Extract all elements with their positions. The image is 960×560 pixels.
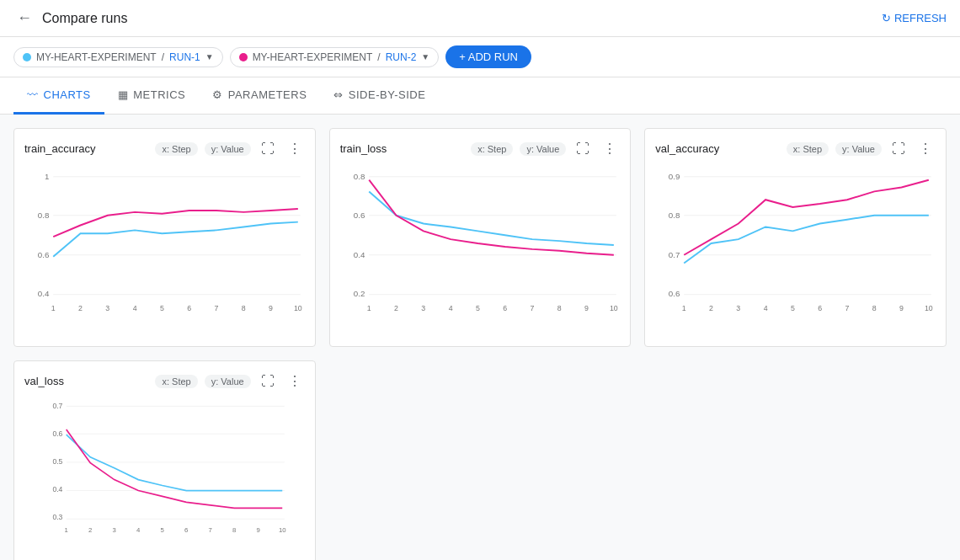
- svg-text:6: 6: [819, 304, 823, 312]
- chart-train-accuracy: train_accuracy x: Step y: Value ⛶ ⋮ 1 0.…: [13, 128, 316, 347]
- chart-train-accuracy-y-label: y: Value: [205, 142, 251, 156]
- svg-text:3: 3: [421, 304, 425, 312]
- header: ← Compare runs ↻ REFRESH: [0, 0, 960, 37]
- svg-text:0.5: 0.5: [52, 457, 62, 466]
- tabs-bar: 〰 CHARTS ▦ METRICS ⚙ PARAMETERS ⇔ SIDE-B…: [0, 77, 960, 115]
- svg-text:0.3: 0.3: [52, 513, 62, 521]
- side-by-side-tab-icon: ⇔: [333, 88, 344, 101]
- svg-text:10: 10: [294, 304, 302, 312]
- header-left: ← Compare runs: [13, 6, 127, 30]
- svg-text:4: 4: [764, 304, 768, 312]
- refresh-label: REFRESH: [894, 12, 947, 24]
- metrics-tab-icon: ▦: [118, 88, 129, 101]
- svg-text:6: 6: [187, 304, 191, 312]
- svg-text:9: 9: [257, 526, 260, 534]
- run1-chip[interactable]: MY-HEART-EXPERIMENT / RUN-1 ▼: [13, 47, 223, 67]
- svg-text:8: 8: [557, 304, 561, 312]
- chart-train-accuracy-header: train_accuracy x: Step y: Value ⛶ ⋮: [24, 139, 305, 158]
- run2-experiment: MY-HEART-EXPERIMENT: [253, 51, 373, 63]
- chart-train-loss-title: train_loss: [340, 142, 464, 155]
- run2-name: RUN-2: [386, 51, 417, 63]
- svg-text:2: 2: [394, 304, 398, 312]
- svg-text:0.8: 0.8: [669, 211, 680, 220]
- svg-text:9: 9: [899, 304, 904, 312]
- chart-train-loss-x-label: x: Step: [471, 142, 513, 156]
- run2-chevron-icon: ▼: [421, 52, 429, 61]
- refresh-icon: ↻: [882, 12, 891, 24]
- chart-val-accuracy-area: 0.9 0.8 0.7 0.6 1 2 3 4 5 6 7 8 9: [655, 165, 936, 325]
- chart-train-loss-y-label: y: Value: [520, 142, 566, 156]
- svg-text:0.6: 0.6: [669, 289, 680, 298]
- metrics-tab-label: METRICS: [133, 88, 185, 101]
- svg-text:0.6: 0.6: [38, 250, 50, 259]
- svg-text:0.8: 0.8: [38, 211, 50, 220]
- chart-train-loss-area: 0.8 0.6 0.4 0.2 1 2 3 4 5 6 7 8 9: [340, 165, 621, 325]
- chart-val-accuracy-svg: 0.9 0.8 0.7 0.6 1 2 3 4 5 6 7 8 9: [655, 165, 936, 325]
- side-by-side-tab-label: SIDE-BY-SIDE: [349, 88, 426, 101]
- svg-text:0.7: 0.7: [669, 250, 680, 259]
- svg-text:3: 3: [113, 526, 116, 534]
- svg-text:0.4: 0.4: [353, 250, 365, 259]
- chart-train-loss: train_loss x: Step y: Value ⛶ ⋮ 0.8 0.6 …: [329, 128, 632, 347]
- tab-side-by-side[interactable]: ⇔ SIDE-BY-SIDE: [320, 77, 439, 115]
- svg-text:10: 10: [610, 304, 618, 312]
- chart-val-loss: val_loss x: Step y: Value ⛶ ⋮ 0.7 0.6 0.…: [13, 360, 316, 560]
- run2-chip[interactable]: MY-HEART-EXPERIMENT / RUN-2 ▼: [230, 47, 440, 67]
- run1-separator: /: [162, 51, 164, 63]
- chart-train-accuracy-x-label: x: Step: [155, 142, 197, 156]
- svg-text:5: 5: [791, 304, 795, 312]
- charts-tab-label: CHARTS: [44, 88, 91, 101]
- run2-separator: /: [377, 51, 380, 63]
- charts-tab-icon: 〰: [27, 88, 39, 101]
- svg-text:9: 9: [269, 304, 273, 312]
- chart-val-loss-y-label: y: Value: [205, 375, 251, 388]
- chart-val-loss-menu[interactable]: ⋮: [285, 371, 305, 391]
- chart-train-accuracy-svg: 1 0.8 0.6 0.4 1 2 3 4 5 6 7: [24, 165, 305, 325]
- svg-text:2: 2: [78, 304, 83, 312]
- svg-text:0.4: 0.4: [38, 289, 50, 298]
- svg-text:2: 2: [709, 304, 713, 312]
- chart-placeholder-3: [644, 360, 947, 560]
- add-run-button[interactable]: + ADD RUN: [445, 45, 531, 68]
- chart-train-loss-expand[interactable]: ⛶: [573, 140, 593, 158]
- svg-text:0.2: 0.2: [353, 289, 365, 298]
- svg-text:10: 10: [925, 304, 933, 312]
- chart-train-loss-menu[interactable]: ⋮: [600, 139, 620, 158]
- refresh-button[interactable]: ↻ REFRESH: [882, 12, 947, 24]
- svg-text:7: 7: [845, 304, 850, 312]
- svg-text:5: 5: [160, 304, 164, 312]
- chart-val-accuracy-menu[interactable]: ⋮: [915, 139, 936, 158]
- svg-text:8: 8: [872, 304, 877, 312]
- svg-text:5: 5: [476, 304, 480, 312]
- tab-parameters[interactable]: ⚙ PARAMETERS: [199, 77, 320, 115]
- chart-val-loss-expand[interactable]: ⛶: [258, 372, 278, 391]
- svg-text:4: 4: [133, 304, 137, 312]
- svg-text:0.4: 0.4: [52, 485, 62, 493]
- svg-text:8: 8: [232, 526, 236, 534]
- page-title: Compare runs: [42, 11, 127, 26]
- svg-text:0.6: 0.6: [353, 211, 365, 220]
- back-button[interactable]: ←: [13, 6, 35, 30]
- chart-val-accuracy-x-label: x: Step: [787, 142, 829, 156]
- chart-train-accuracy-expand[interactable]: ⛶: [258, 140, 278, 158]
- add-run-label: + ADD RUN: [459, 51, 518, 63]
- svg-text:4: 4: [448, 304, 452, 312]
- svg-text:1: 1: [65, 526, 68, 534]
- chart-val-accuracy-expand[interactable]: ⛶: [888, 140, 909, 158]
- chart-val-loss-title: val_loss: [24, 375, 148, 387]
- chart-val-loss-area: 0.7 0.6 0.5 0.4 0.3 1 2 3 4 5 6 7: [24, 397, 305, 557]
- svg-text:0.8: 0.8: [353, 172, 365, 181]
- chart-train-loss-svg: 0.8 0.6 0.4 0.2 1 2 3 4 5 6 7 8 9: [340, 165, 621, 325]
- svg-text:1: 1: [51, 304, 56, 312]
- chart-val-accuracy-header: val_accuracy x: Step y: Value ⛶ ⋮: [655, 139, 936, 158]
- tab-metrics[interactable]: ▦ METRICS: [104, 77, 200, 115]
- svg-text:0.6: 0.6: [52, 429, 62, 438]
- svg-text:6: 6: [184, 526, 188, 534]
- svg-text:0.9: 0.9: [669, 172, 680, 181]
- tab-charts[interactable]: 〰 CHARTS: [13, 77, 104, 115]
- svg-text:5: 5: [161, 526, 164, 534]
- svg-text:10: 10: [279, 526, 286, 534]
- chart-train-accuracy-menu[interactable]: ⋮: [285, 139, 305, 158]
- svg-text:0.7: 0.7: [52, 402, 62, 410]
- chart-val-loss-svg: 0.7 0.6 0.5 0.4 0.3 1 2 3 4 5 6 7: [24, 397, 305, 557]
